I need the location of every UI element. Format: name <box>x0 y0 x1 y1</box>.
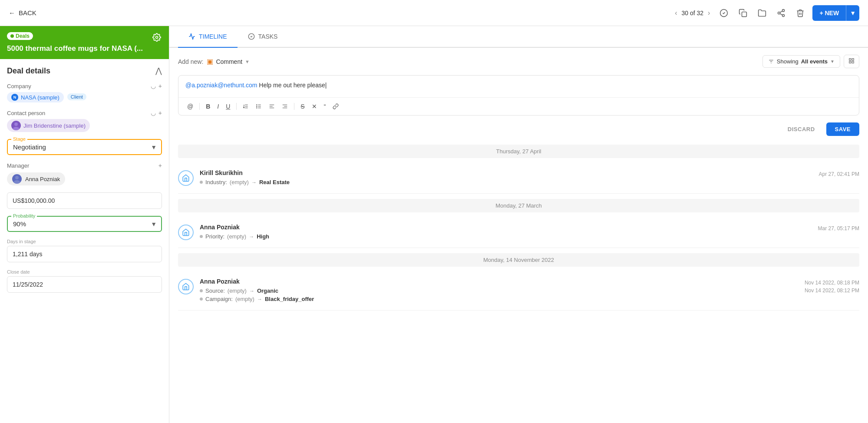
italic-button[interactable]: I <box>215 102 221 111</box>
stage-select[interactable]: Negotiating Prospecting Qualified Propos… <box>13 143 156 151</box>
contact-avatar <box>11 121 21 130</box>
svg-point-9 <box>13 127 19 130</box>
manager-field: Manager + Anna Pozniak <box>7 162 162 185</box>
event-arrow: → <box>257 296 262 302</box>
svg-point-11 <box>14 180 20 184</box>
align-right-button[interactable] <box>280 102 290 110</box>
link-button[interactable] <box>331 102 340 110</box>
deal-header: Deals 5000 thermal coffee mugs for NASA … <box>0 26 169 59</box>
contact-add-button[interactable]: + <box>158 109 162 116</box>
comment-label: Comment <box>216 58 242 65</box>
pagination: ‹ 30 of 32 › <box>673 8 712 18</box>
save-button[interactable]: SAVE <box>826 122 859 136</box>
deal-details: Deal details ⋀ Company ◡ + N NASA (sampl… <box>0 59 169 307</box>
svg-point-8 <box>14 122 18 126</box>
company-field: Company ◡ + N NASA (sample) Client <box>7 83 162 102</box>
add-new-label: Add new: <box>178 58 203 65</box>
bold-button[interactable]: B <box>204 102 212 111</box>
contact-label: Contact person <box>7 110 45 116</box>
event-to: High <box>257 233 269 240</box>
mention-tag: @a.pozniak@nethunt.com <box>185 82 257 89</box>
filter-value: All events <box>801 58 828 65</box>
ordered-list-button[interactable] <box>241 102 251 110</box>
svg-point-27 <box>257 106 257 106</box>
back-arrow-icon: ← <box>9 9 15 17</box>
probability-field: Probability 90% 10% 25% 50% 75% 100% ▼ <box>7 216 162 232</box>
deals-label: Deals <box>16 33 30 39</box>
stage-label: Stage <box>11 136 27 142</box>
close-date-input[interactable] <box>7 276 162 293</box>
unordered-list-button[interactable] <box>254 102 264 110</box>
settings-button[interactable] <box>152 32 162 44</box>
svg-point-4 <box>782 14 785 17</box>
filter-button[interactable]: Showing All events ▼ <box>762 55 840 68</box>
comment-dropdown-button[interactable]: ▣ Comment ▼ <box>207 57 250 66</box>
columns-button[interactable] <box>844 55 859 68</box>
tab-tasks[interactable]: TASKS <box>238 26 288 48</box>
discard-button[interactable]: DISCARD <box>781 122 822 136</box>
event-field: Campaign: <box>205 296 233 302</box>
copy-icon-button[interactable] <box>736 6 750 20</box>
mention-button[interactable]: @ <box>185 102 195 111</box>
svg-point-3 <box>778 12 780 14</box>
svg-point-2 <box>782 9 785 11</box>
main-layout: Deals 5000 thermal coffee mugs for NASA … <box>0 26 868 423</box>
comment-icon: ▣ <box>207 57 213 66</box>
deal-amount-input[interactable] <box>7 192 162 209</box>
back-label: BACK <box>19 9 36 17</box>
editor-toolbar: @ B I U <box>178 97 859 115</box>
blockquote-button[interactable]: “ <box>322 102 328 111</box>
event-time: Nov 14 2022, 08:18 PM Nov 14 2022, 08:12… <box>805 278 859 294</box>
share-icon-button[interactable] <box>774 6 788 20</box>
manager-tag[interactable]: Anna Pozniak <box>7 172 65 185</box>
close-date-label: Close date <box>7 269 162 274</box>
stage-select-wrapper: Stage Negotiating Prospecting Qualified … <box>7 139 162 155</box>
company-avatar: N <box>11 94 18 101</box>
company-name: NASA (sample) <box>21 94 59 101</box>
tab-timeline[interactable]: TIMELINE <box>178 26 238 48</box>
manager-add-button[interactable]: + <box>158 162 162 169</box>
event-arrow: → <box>249 288 254 294</box>
event-from: (empty) <box>230 179 249 185</box>
event-author: Kirill Skurikhin <box>200 169 813 176</box>
deal-title: 5000 thermal coffee mugs for NASA (... <box>7 44 143 53</box>
next-page-button[interactable]: › <box>706 8 712 18</box>
top-bar-right: ‹ 30 of 32 › + NEW ▼ <box>673 5 859 21</box>
svg-rect-16 <box>849 59 851 60</box>
tab-timeline-label: TIMELINE <box>199 33 227 40</box>
event-dot <box>200 289 203 292</box>
add-new-row: Add new: ▣ Comment ▼ Showing All events … <box>178 55 859 68</box>
left-panel: Deals 5000 thermal coffee mugs for NASA … <box>0 26 169 423</box>
strikethrough-button[interactable]: S <box>299 102 306 111</box>
date-separator-1: Thursday, 27 April <box>178 145 859 158</box>
tab-tasks-label: TASKS <box>258 33 278 40</box>
company-tag[interactable]: N NASA (sample) <box>7 92 64 102</box>
delete-icon-button[interactable] <box>793 6 807 20</box>
collapse-button[interactable]: ⋀ <box>155 66 162 76</box>
back-button[interactable]: ← BACK <box>9 9 36 17</box>
svg-point-10 <box>15 176 19 179</box>
align-left-button[interactable] <box>267 102 277 110</box>
contact-edit-button[interactable]: ◡ <box>151 109 156 116</box>
pagination-count: 30 of 32 <box>681 10 703 17</box>
new-button[interactable]: + NEW ▼ <box>812 5 859 21</box>
event-arrow: → <box>249 234 254 240</box>
folder-icon-button[interactable] <box>755 6 769 20</box>
days-in-stage-field: Days in stage 1,211 days <box>7 239 162 262</box>
prev-page-button[interactable]: ‹ <box>673 8 679 18</box>
check-icon-button[interactable] <box>717 6 731 20</box>
company-edit-button[interactable]: ◡ <box>151 83 156 89</box>
right-panel: TIMELINE TASKS Add new: ▣ Comment ▼ <box>169 26 868 423</box>
clear-format-button[interactable]: ✕ <box>310 102 319 111</box>
editor-actions: DISCARD SAVE <box>178 122 859 136</box>
event-from: (empty) <box>235 296 254 302</box>
underline-button[interactable]: U <box>224 102 232 111</box>
company-add-button[interactable]: + <box>158 83 162 89</box>
event-from: (empty) <box>227 233 246 240</box>
editor-content[interactable]: @a.pozniak@nethunt.com Help me out here … <box>178 76 859 97</box>
deals-dot <box>10 34 14 38</box>
probability-select[interactable]: 90% 10% 25% 50% 75% 100% <box>13 220 156 228</box>
contact-tag[interactable]: Jim Bridenstine (sample) <box>7 119 90 132</box>
manager-label: Manager <box>7 162 29 169</box>
event-to: Black_friday_offer <box>265 296 314 302</box>
